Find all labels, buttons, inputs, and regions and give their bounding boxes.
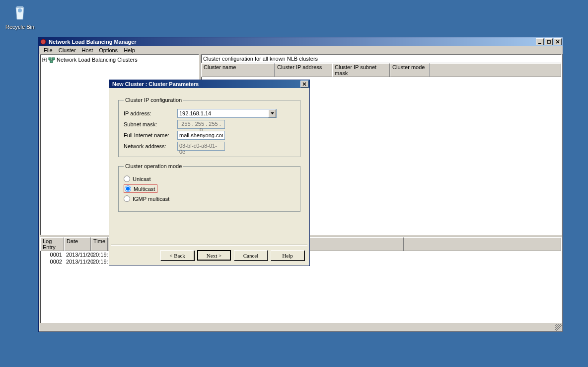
svg-rect-5 [50,61,53,63]
resize-grip-icon[interactable] [555,324,562,331]
col-log-rest2[interactable] [404,237,561,251]
radio-multicast[interactable] [125,185,131,192]
status-bar [40,323,562,331]
col-cluster-name[interactable]: Cluster name [201,63,275,77]
dropdown-icon[interactable] [268,109,276,117]
full-internet-name-field[interactable] [177,131,225,140]
col-log-date[interactable]: Date [64,237,91,251]
label-mask: Subnet mask: [124,121,177,127]
log-time: 20:19: [91,251,108,258]
menu-options[interactable]: Options [96,47,121,53]
ip-address-combo[interactable]: 192.168.1.14 [177,109,277,118]
op-mode-legend: Cluster operation mode [124,163,183,169]
svg-rect-3 [49,58,51,60]
svg-rect-1 [538,43,541,44]
main-titlebar: Network Load Balancing Manager [39,37,563,46]
radio-igmp[interactable] [124,195,130,202]
separator [111,245,307,246]
svg-point-0 [41,39,46,44]
log-time: 20:19: [91,258,108,265]
list-header-text: Cluster configuration for all known NLB … [201,55,561,63]
clusters-icon [48,56,55,63]
subnet-mask-field: 255 . 255 . 255 . 0 [177,120,225,129]
col-spacer [430,63,561,77]
ip-config-legend: Cluster IP configuration [124,97,183,103]
label-multicast: Multicast [134,186,155,192]
window-title: Network Load Balancing Manager [49,39,536,45]
network-address-field: 03-bf-c0-a8-01-0e [177,142,225,151]
menu-file[interactable]: File [41,47,56,53]
col-cluster-mask[interactable]: Cluster IP subnet mask [332,63,390,77]
new-cluster-dialog: New Cluster : Cluster Parameters Cluster… [109,80,310,266]
label-igmp: IGMP multicast [133,196,169,202]
log-entry: 0001 [40,251,64,258]
col-log-entry[interactable]: Log Entry [40,237,64,251]
tree-expand-icon[interactable]: + [42,58,47,62]
col-cluster-ip[interactable]: Cluster IP address [275,63,332,77]
log-date: 2013/11/20 [64,251,91,258]
tree-root-label: Network Load Balancing Clusters [57,57,138,63]
help-button[interactable]: Help [271,250,304,261]
svg-rect-2 [547,40,550,43]
multicast-highlight: Multicast [124,184,157,193]
operation-mode-fieldset: Cluster operation mode Unicast Multicast… [118,163,300,212]
col-log-time[interactable]: Time [91,237,108,251]
label-name: Full Internet name: [124,132,177,138]
log-date: 2013/11/20 [64,258,91,265]
desktop-icon-recycle-bin[interactable]: Recycle Bin [2,2,37,30]
menu-bar: File Cluster Host Options Help [39,46,563,54]
back-button[interactable]: < Back [160,250,194,261]
next-button[interactable]: Next > [197,250,231,261]
label-unicast: Unicast [133,176,151,182]
label-netaddr: Network address: [124,143,177,149]
dialog-titlebar: New Cluster : Cluster Parameters [109,80,309,88]
dialog-title: New Cluster : Cluster Parameters [110,81,300,87]
minimize-button[interactable] [536,38,544,45]
radio-unicast[interactable] [124,176,130,182]
tree-root-row[interactable]: + Network Load Balancing Clusters [41,56,198,64]
recycle-bin-label: Recycle Bin [2,24,37,30]
cancel-button[interactable]: Cancel [234,250,268,261]
svg-rect-4 [52,58,55,60]
ip-address-value: 192.168.1.14 [178,110,268,117]
menu-help[interactable]: Help [121,47,138,53]
menu-host[interactable]: Host [79,47,96,53]
menu-cluster[interactable]: Cluster [56,47,79,53]
close-button[interactable] [554,38,562,45]
maximize-button[interactable] [545,38,553,45]
recycle-bin-icon [10,2,30,22]
col-cluster-mode[interactable]: Cluster mode [390,63,430,77]
label-ip: IP address: [124,110,177,116]
log-entry: 0002 [40,258,64,265]
app-icon [40,38,47,45]
dialog-close-button[interactable] [300,81,308,88]
ip-config-fieldset: Cluster IP configuration IP address: 192… [118,97,300,157]
